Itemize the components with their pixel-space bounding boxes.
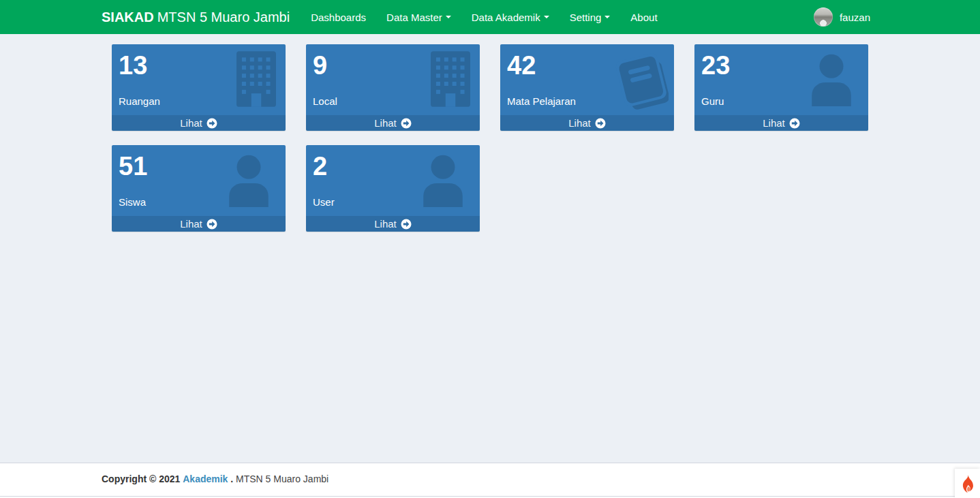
card-inner: 13 Ruangan xyxy=(112,44,286,115)
footer-separator: . xyxy=(230,473,233,484)
brand-rest: MTSN 5 Muaro Jambi xyxy=(157,10,290,25)
arrow-circle-right-icon xyxy=(595,118,606,129)
avatar xyxy=(814,7,833,27)
username: fauzan xyxy=(840,12,870,23)
lihat-label: Lihat xyxy=(568,117,591,129)
lihat-link-local[interactable]: Lihat xyxy=(306,115,480,131)
nav-label: Setting xyxy=(570,12,602,23)
main-nav: Dashboards Data Master Data Akademik Set… xyxy=(301,0,667,34)
card-label: Local xyxy=(313,95,337,107)
lihat-label: Lihat xyxy=(180,218,202,230)
arrow-circle-right-icon xyxy=(401,219,412,230)
nav-item-about[interactable]: About xyxy=(620,0,667,34)
stat-card-user: 2 User Lihat xyxy=(296,145,490,246)
card-value: 9 xyxy=(313,51,473,81)
stat-card-guru: 23 Guru Lihat xyxy=(684,44,878,145)
card-inner: 23 Guru xyxy=(694,44,868,115)
small-box: 9 Local xyxy=(306,44,480,131)
stat-cards-row: 13 Ruangan xyxy=(102,44,878,246)
arrow-circle-right-icon xyxy=(789,118,800,129)
card-value: 23 xyxy=(701,51,861,81)
debugbar-toggle[interactable] xyxy=(955,469,980,498)
card-value: 42 xyxy=(507,51,667,81)
codeigniter-flame-icon xyxy=(960,473,975,493)
page-footer: Copyright © 2021 Akademik . MTSN 5 Muaro… xyxy=(0,463,980,497)
lihat-link-mata-pelajaran[interactable]: Lihat xyxy=(500,115,674,131)
nav-label: Data Akademik xyxy=(472,12,540,23)
stat-card-local: 9 Local xyxy=(296,44,490,145)
nav-label: Dashboards xyxy=(311,12,366,23)
content-area: 13 Ruangan xyxy=(0,34,980,463)
nav-item-setting[interactable]: Setting xyxy=(560,0,621,34)
footer-school-name: MTSN 5 Muaro Jambi xyxy=(236,473,328,484)
nav-item-dashboards[interactable]: Dashboards xyxy=(301,0,376,34)
lihat-link-user[interactable]: Lihat xyxy=(306,216,480,232)
lihat-label: Lihat xyxy=(180,117,202,129)
card-value: 13 xyxy=(119,51,279,81)
card-value: 51 xyxy=(119,152,279,182)
small-box: 42 Mata Pelajaran Lih xyxy=(500,44,674,131)
card-label: Ruangan xyxy=(119,95,160,107)
arrow-circle-right-icon xyxy=(206,219,217,230)
lihat-link-guru[interactable]: Lihat xyxy=(694,115,868,131)
card-label: User xyxy=(313,196,335,208)
nav-item-data-master[interactable]: Data Master xyxy=(376,0,461,34)
card-label: Siswa xyxy=(119,196,146,208)
chevron-down-icon xyxy=(446,16,451,18)
chevron-down-icon xyxy=(544,16,549,18)
nav-item-data-akademik[interactable]: Data Akademik xyxy=(461,0,560,34)
copyright-text: Copyright © 2021 xyxy=(102,473,180,484)
stat-card-mata-pelajaran: 42 Mata Pelajaran Lih xyxy=(490,44,684,145)
lihat-label: Lihat xyxy=(763,117,785,129)
lihat-label: Lihat xyxy=(374,117,397,129)
card-inner: 2 User xyxy=(306,145,480,216)
akademik-link[interactable]: Akademik xyxy=(183,473,228,484)
nav-label: Data Master xyxy=(386,12,442,23)
card-inner: 9 Local xyxy=(306,44,480,115)
user-menu[interactable]: fauzan xyxy=(806,0,878,34)
top-navbar: SIAKAD MTSN 5 Muaro Jambi Dashboards Dat… xyxy=(0,0,980,34)
nav-label: About xyxy=(630,12,657,23)
small-box: 13 Ruangan xyxy=(112,44,286,131)
card-value: 2 xyxy=(313,152,473,182)
small-box: 2 User Lihat xyxy=(306,145,480,232)
stat-card-ruangan: 13 Ruangan xyxy=(102,44,296,145)
stat-card-siswa: 51 Siswa Lihat xyxy=(102,145,296,246)
card-label: Mata Pelajaran xyxy=(507,95,576,107)
lihat-label: Lihat xyxy=(374,218,397,230)
small-box: 23 Guru Lihat xyxy=(694,44,868,131)
chevron-down-icon xyxy=(604,16,610,18)
brand-bold: SIAKAD xyxy=(102,10,154,25)
arrow-circle-right-icon xyxy=(401,118,412,129)
small-box: 51 Siswa Lihat xyxy=(112,145,286,232)
lihat-link-siswa[interactable]: Lihat xyxy=(112,216,286,232)
card-inner: 51 Siswa xyxy=(112,145,286,216)
arrow-circle-right-icon xyxy=(206,118,217,129)
lihat-link-ruangan[interactable]: Lihat xyxy=(112,115,286,131)
card-inner: 42 Mata Pelajaran xyxy=(500,44,674,115)
brand-logo[interactable]: SIAKAD MTSN 5 Muaro Jambi xyxy=(102,0,290,34)
card-label: Guru xyxy=(701,95,724,107)
